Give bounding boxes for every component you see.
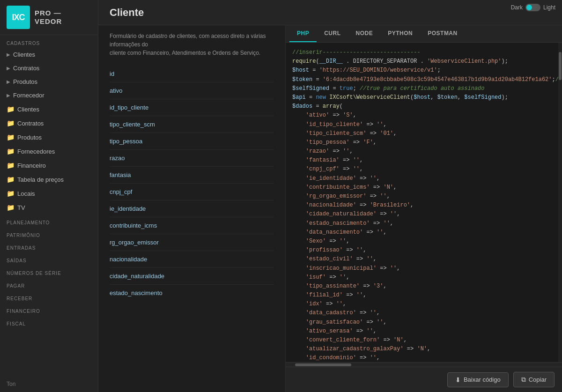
field-nacionalidade: nacionalidade [110,251,274,268]
section-cadastros-label: CADASTROS [0,35,98,48]
logo-text: PRO — VEDOR [35,9,62,26]
toggle-thumb [526,5,532,10]
sidebar-item-label: Tabela de preços [17,176,64,183]
code-scroll-area[interactable]: //inserir----------------------------- r… [286,43,562,362]
field-estado-nascimento: estado_nascimento [110,285,274,301]
tab-node[interactable]: NODE [348,25,381,42]
field-id-tipo-cliente: id_tipo_cliente [110,99,274,116]
sidebar-item-fornecedores-folder[interactable]: 📁 Fornecedores [0,144,98,158]
folder-icon: 📁 [7,204,15,211]
section-numeros-label: NÚMEROS DE SÉRIE [0,265,98,278]
scroll-thumb [559,52,562,80]
desc-line2: cliente como Financeiro, Atendimentos e … [110,50,260,56]
page-title: Cliente [110,7,144,19]
section-planejamento-label: PLANEJAMENTO [0,214,98,227]
sidebar-item-label: Locais [17,190,35,197]
folder-icon: 📁 [7,176,15,183]
chevron-icon: ▶ [7,93,10,98]
sidebar-item-produtos-folder[interactable]: 📁 Produtos [0,130,98,144]
theme-toggle[interactable]: Dark Light [511,4,555,11]
logo-abbr: IXC [12,13,24,22]
field-cidade-naturalidade: cidade_naturalidade [110,268,274,285]
action-bar: ⬇ Baixar código ⧉ Copiar [286,367,562,392]
download-icon: ⬇ [455,376,461,384]
sidebar-item-contratos-expand[interactable]: ▶ Contratos [0,61,98,75]
folder-icon: 📁 [7,190,15,197]
sidebar-item-financeiro-folder[interactable]: 📁 Financeiro [0,158,98,172]
sidebar-item-label: TV [17,204,25,211]
sidebar-item-label: Clientes [17,106,39,113]
code-tabs: PHP CURL NODE PYTHON POSTMAN [286,25,562,43]
content-area: Formulário de cadastro de clientes, com … [98,25,562,392]
field-tipo-pessoa: tipo_pessoa [110,133,274,150]
topbar: Cliente [98,0,562,25]
scrollbar-thumb-h [295,363,351,366]
sidebar-item-clientes-folder[interactable]: 📁 Clientes [0,102,98,116]
folder-icon: 📁 [7,105,15,113]
section-fiscal-label: FISCAL [0,316,98,328]
copy-label: Copiar [529,376,547,383]
section-saidas-label: SAÍDAS [0,252,98,265]
sidebar-item-label: Fornecedor [13,92,44,99]
main-content: Cliente Formulário de cadastro de client… [98,0,562,392]
sidebar-item-tv-folder[interactable]: 📁 TV [0,200,98,214]
logo-box: IXC [7,6,30,29]
folder-icon: 📁 [7,119,15,127]
logo: IXC PRO — VEDOR [0,0,98,35]
logo-line1: PRO — [35,9,62,17]
section-entradas-label: ENTRADAS [0,240,98,252]
sidebar-item-clientes-expand[interactable]: ▶ Clientes [0,48,98,61]
tab-curl[interactable]: CURL [317,25,348,42]
chevron-icon: ▶ [7,79,10,84]
tab-postman[interactable]: POSTMAN [420,25,465,42]
copy-button[interactable]: ⧉ Copiar [513,372,555,387]
section-receber-label: RECEBER [0,290,98,303]
horizontal-scrollbar[interactable] [286,362,562,367]
sidebar-item-fornecedor-expand[interactable]: ▶ Fornecedor [0,89,98,102]
code-panel: PHP CURL NODE PYTHON POSTMAN //inserir--… [286,25,562,392]
download-button[interactable]: ⬇ Baixar código [447,372,509,387]
fields-panel: Formulário de cadastro de clientes, com … [98,25,286,392]
sidebar-bottom-text: Ton [0,376,98,392]
field-tipo-cliente-scm: tipo_cliente_scm [110,116,274,133]
tab-python[interactable]: PYTHON [380,25,420,42]
toggle-track[interactable] [525,4,540,11]
section-financeiro-label: FINANCEIRO [0,303,98,316]
vertical-scrollbar[interactable] [558,43,562,362]
download-label: Baixar código [464,376,501,383]
folder-icon: 📁 [7,148,15,155]
light-label: Light [543,4,555,11]
sidebar-item-label: Contratos [17,120,44,127]
sidebar-item-label: Contratos [13,65,39,72]
sidebar-item-label: Financeiro [17,162,46,169]
sidebar-item-tabela-folder[interactable]: 📁 Tabela de preços [0,172,98,186]
sidebar-item-produtos-expand[interactable]: ▶ Produtos [0,75,98,89]
field-id: id [110,66,274,82]
chevron-icon: ▶ [7,52,10,57]
sidebar-item-locais-folder[interactable]: 📁 Locais [0,186,98,200]
section-patrimonio-label: PATRIMÔNIO [0,227,98,240]
chevron-icon: ▶ [7,66,10,71]
dark-label: Dark [511,4,523,11]
sidebar-item-label: Clientes [13,51,35,58]
field-ie-identidade: ie_identidade [110,200,274,217]
fields-description: Formulário de cadastro de clientes, com … [110,32,274,57]
sidebar-item-label: Produtos [13,78,37,85]
sidebar-item-label: Fornecedores [17,148,55,155]
tab-php[interactable]: PHP [289,25,317,42]
sidebar-item-contratos-folder[interactable]: 📁 Contratos [0,116,98,130]
folder-icon: 📁 [7,133,15,141]
field-rg-orgao-emissor: rg_orgao_emissor [110,234,274,251]
field-fantasia: fantasia [110,167,274,184]
field-contribuinte-icms: contribuinte_icms [110,217,274,234]
field-razao: razao [110,150,274,167]
field-ativo: ativo [110,82,274,99]
folder-icon: 📁 [7,162,15,169]
sidebar-item-label: Produtos [17,134,42,141]
logo-line2: VEDOR [35,17,62,26]
sidebar: IXC PRO — VEDOR CADASTROS ▶ Clientes ▶ C… [0,0,98,392]
code-scroll-inner: //inserir----------------------------- r… [286,43,562,362]
field-cnpj-cpf: cnpj_cpf [110,184,274,200]
section-pagar-label: PAGAR [0,278,98,290]
code-content: //inserir----------------------------- r… [286,43,562,362]
